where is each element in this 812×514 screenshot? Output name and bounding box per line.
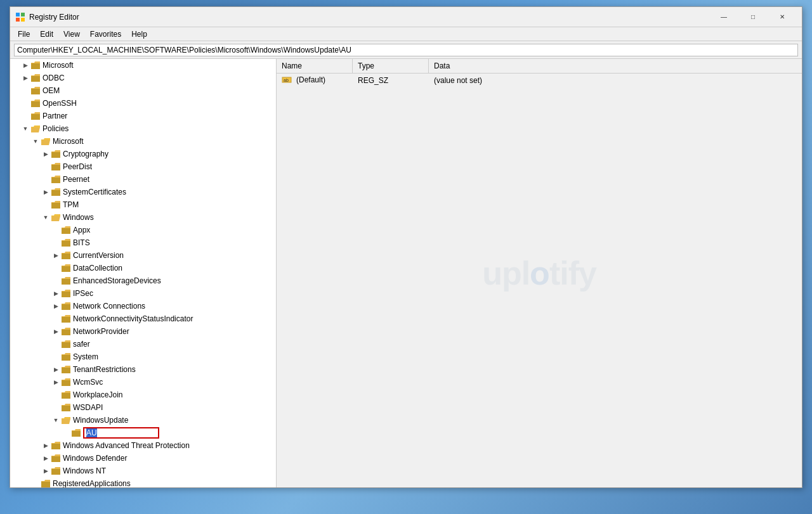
- address-input[interactable]: [14, 44, 798, 56]
- folder-icon: [61, 352, 71, 361]
- expander-windowsupdate-parent[interactable]: ▼: [51, 415, 61, 425]
- tree-item-microsoft-top[interactable]: ▶ Microsoft: [10, 59, 276, 72]
- menu-help[interactable]: Help: [126, 29, 152, 40]
- tree-item-wcmsvc[interactable]: ▶ WcmSvc: [10, 376, 276, 389]
- folder-icon: [61, 276, 71, 285]
- tree-item-ncsi[interactable]: ▶ NetworkConnectivityStatusIndicator: [10, 312, 276, 325]
- expander-policies[interactable]: ▼: [20, 124, 30, 134]
- expander-wathreatprotection[interactable]: ▶: [41, 440, 51, 451]
- tree-item-partner[interactable]: ▶ Partner: [10, 110, 276, 122]
- tree-label-microsoft-top: Microsoft: [43, 61, 74, 70]
- tree-item-cryptography[interactable]: ▶ Cryptography: [10, 148, 276, 160]
- expander-ipsec[interactable]: ▶: [51, 288, 61, 299]
- tree-item-policies[interactable]: ▼ Policies: [10, 122, 276, 135]
- folder-icon: [61, 289, 71, 298]
- folder-icon: [30, 99, 41, 108]
- rename-input-au[interactable]: [83, 427, 159, 439]
- col-name: Name: [277, 59, 353, 73]
- svg-text:ab: ab: [284, 78, 289, 82]
- tree-item-wathreatprotection[interactable]: ▶ Windows Advanced Threat Protection: [10, 439, 276, 452]
- expander-windowsnt[interactable]: ▶: [41, 466, 51, 476]
- tree-label-workplacejoin: WorkplaceJoin: [73, 390, 122, 399]
- tree-item-wsdapi[interactable]: ▶ WSDAPI: [10, 401, 276, 414]
- folder-icon: [61, 251, 71, 260]
- close-button[interactable]: ✕: [768, 7, 797, 27]
- expander-tenantrestrictions[interactable]: ▶: [51, 364, 61, 375]
- folder-icon: [61, 264, 71, 273]
- folder-icon: [61, 378, 71, 387]
- folder-icon: [61, 302, 71, 311]
- folder-icon: [51, 454, 61, 463]
- tree-item-openssh[interactable]: ▶ OpenSSH: [10, 97, 276, 110]
- tree-item-datacollection[interactable]: ▶ DataCollection: [10, 262, 276, 274]
- col-data: Data: [429, 59, 802, 73]
- tree-item-windows[interactable]: ▼ Windows: [10, 211, 276, 224]
- tree-label-cryptography: Cryptography: [63, 150, 108, 158]
- tree-item-currentversion[interactable]: ▶ CurrentVersion: [10, 249, 276, 262]
- expander-currentversion[interactable]: ▶: [51, 250, 61, 260]
- tree-item-oem[interactable]: ▶ OEM: [10, 84, 276, 97]
- tree-item-appx[interactable]: ▶ Appx: [10, 224, 276, 236]
- menu-favorites[interactable]: Favorites: [85, 29, 126, 40]
- expander-wcmsvc[interactable]: ▶: [51, 377, 61, 387]
- folder-icon: [51, 466, 61, 475]
- menu-view[interactable]: View: [58, 29, 85, 40]
- tree-label-wathreatprotection: Windows Advanced Threat Protection: [63, 441, 190, 450]
- maximize-button[interactable]: □: [738, 7, 768, 27]
- folder-icon: [51, 188, 61, 196]
- window-controls: — □ ✕: [709, 7, 797, 27]
- tree-item-tenantrestrictions[interactable]: ▶ TenantRestrictions: [10, 363, 276, 376]
- tree-item-peerdist[interactable]: ▶ PeerDist: [10, 160, 276, 173]
- tree-label-wcmsvc: WcmSvc: [73, 378, 103, 387]
- tree-item-workplacejoin[interactable]: ▶ WorkplaceJoin: [10, 389, 276, 401]
- minimize-button[interactable]: —: [709, 7, 738, 27]
- folder-icon: [61, 365, 71, 374]
- table-row-default[interactable]: ab (Default) REG_SZ (value not set): [277, 74, 802, 88]
- tree-item-networkconnections[interactable]: ▶ Network Connections: [10, 300, 276, 312]
- watermark-tify: tify: [549, 255, 596, 292]
- tree-item-ipsec[interactable]: ▶ IPSec: [10, 287, 276, 300]
- expander-windowsdefender[interactable]: ▶: [41, 453, 51, 463]
- expander-networkconnections[interactable]: ▶: [51, 301, 61, 311]
- expander-networkprovider[interactable]: ▶: [51, 326, 61, 337]
- tree-item-windowsnt[interactable]: ▶ Windows NT: [10, 465, 276, 477]
- tree-item-microsoft-policies[interactable]: ▼ Microsoft: [10, 135, 276, 148]
- tree-item-systemcertificates[interactable]: ▶ SystemCertificates: [10, 186, 276, 198]
- folder-open-icon: [51, 213, 61, 222]
- folder-icon: [61, 340, 71, 349]
- reg-value-icon: ab (Default): [282, 75, 325, 84]
- tree-label-policies: Policies: [43, 124, 69, 133]
- svg-rect-1: [21, 13, 25, 16]
- folder-icon: [61, 327, 71, 336]
- folder-icon: [30, 86, 41, 95]
- tree-label-windows: Windows: [63, 213, 94, 222]
- tree-item-networkprovider[interactable]: ▶ NetworkProvider: [10, 325, 276, 338]
- tree-item-bits[interactable]: ▶ BITS: [10, 236, 276, 249]
- expander-odbc[interactable]: ▶: [20, 73, 30, 83]
- tree-item-au[interactable]: ▶: [10, 427, 276, 439]
- expander-systemcertificates[interactable]: ▶: [41, 187, 51, 197]
- tree-item-safer[interactable]: ▶ safer: [10, 338, 276, 350]
- tree-item-odbc[interactable]: ▶ ODBC: [10, 72, 276, 84]
- folder-icon: [30, 61, 41, 70]
- menu-edit[interactable]: Edit: [35, 29, 58, 40]
- expander-microsoft-policies[interactable]: ▼: [30, 136, 41, 146]
- tree-item-tpm[interactable]: ▶ TPM: [10, 198, 276, 211]
- expander-windows[interactable]: ▼: [41, 212, 51, 222]
- registry-editor-window: Registry Editor — □ ✕ File Edit View Fav…: [10, 6, 802, 488]
- right-pane-wrapper: Name Type Data ab (Default): [277, 59, 802, 487]
- menu-file[interactable]: File: [13, 29, 35, 40]
- tree-item-registeredapplications[interactable]: ▶ RegisteredApplications: [10, 477, 276, 487]
- tree-item-enhancedstoragedevices[interactable]: ▶ EnhancedStorageDevices: [10, 274, 276, 287]
- expander-cryptography[interactable]: ▶: [41, 149, 51, 159]
- tree-item-windowsdefender[interactable]: ▶ Windows Defender: [10, 452, 276, 465]
- tree-item-windowsupdate-parent[interactable]: ▼ WindowsUpdate: [10, 414, 276, 427]
- tree-item-peernet[interactable]: ▶ Peernet: [10, 173, 276, 186]
- tree-label-safer: safer: [73, 340, 90, 349]
- tree-pane[interactable]: ▶ Microsoft ▶ ODBC ▶ OEM: [10, 59, 277, 487]
- svg-rect-2: [16, 18, 20, 22]
- cell-name-default: ab (Default): [277, 74, 353, 87]
- tree-item-system[interactable]: ▶ System: [10, 350, 276, 363]
- expander-microsoft-top[interactable]: ▶: [20, 60, 30, 70]
- folder-icon: [51, 441, 61, 450]
